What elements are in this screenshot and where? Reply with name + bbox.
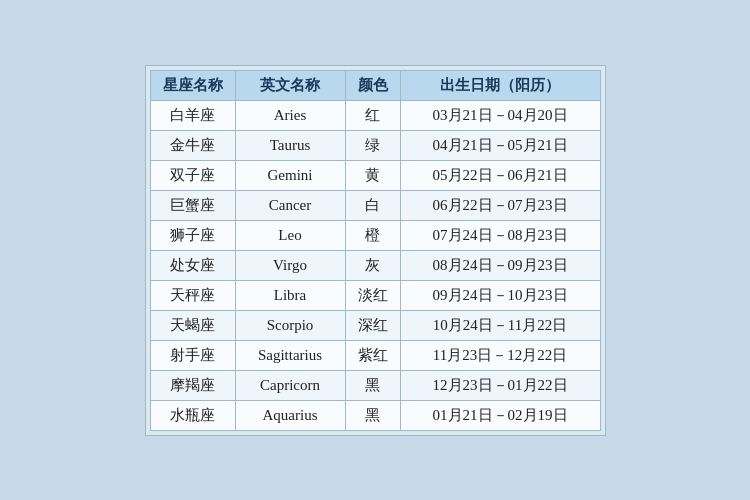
zodiac-table-container: 星座名称 英文名称 颜色 出生日期（阳历） 白羊座Aries红03月21日－04… <box>145 65 606 436</box>
cell-english: Capricorn <box>235 370 345 400</box>
cell-date: 12月23日－01月22日 <box>400 370 600 400</box>
cell-date: 03月21日－04月20日 <box>400 100 600 130</box>
cell-chinese: 巨蟹座 <box>150 190 235 220</box>
cell-english: Sagittarius <box>235 340 345 370</box>
table-header-row: 星座名称 英文名称 颜色 出生日期（阳历） <box>150 70 600 100</box>
table-row: 天秤座Libra淡红09月24日－10月23日 <box>150 280 600 310</box>
cell-color: 紫红 <box>345 340 400 370</box>
cell-chinese: 处女座 <box>150 250 235 280</box>
cell-date: 06月22日－07月23日 <box>400 190 600 220</box>
cell-color: 橙 <box>345 220 400 250</box>
header-chinese: 星座名称 <box>150 70 235 100</box>
cell-color: 黑 <box>345 400 400 430</box>
cell-english: Virgo <box>235 250 345 280</box>
header-color: 颜色 <box>345 70 400 100</box>
table-row: 狮子座Leo橙07月24日－08月23日 <box>150 220 600 250</box>
cell-chinese: 摩羯座 <box>150 370 235 400</box>
cell-english: Scorpio <box>235 310 345 340</box>
table-row: 水瓶座Aquarius黑01月21日－02月19日 <box>150 400 600 430</box>
cell-english: Aquarius <box>235 400 345 430</box>
cell-chinese: 水瓶座 <box>150 400 235 430</box>
table-row: 双子座Gemini黄05月22日－06月21日 <box>150 160 600 190</box>
cell-date: 10月24日－11月22日 <box>400 310 600 340</box>
cell-english: Aries <box>235 100 345 130</box>
table-row: 白羊座Aries红03月21日－04月20日 <box>150 100 600 130</box>
table-row: 摩羯座Capricorn黑12月23日－01月22日 <box>150 370 600 400</box>
cell-date: 04月21日－05月21日 <box>400 130 600 160</box>
header-english: 英文名称 <box>235 70 345 100</box>
cell-chinese: 射手座 <box>150 340 235 370</box>
cell-chinese: 天蝎座 <box>150 310 235 340</box>
cell-english: Gemini <box>235 160 345 190</box>
cell-color: 绿 <box>345 130 400 160</box>
cell-english: Cancer <box>235 190 345 220</box>
cell-color: 黄 <box>345 160 400 190</box>
header-date: 出生日期（阳历） <box>400 70 600 100</box>
cell-english: Taurus <box>235 130 345 160</box>
cell-color: 淡红 <box>345 280 400 310</box>
cell-chinese: 双子座 <box>150 160 235 190</box>
zodiac-table: 星座名称 英文名称 颜色 出生日期（阳历） 白羊座Aries红03月21日－04… <box>150 70 601 431</box>
cell-chinese: 天秤座 <box>150 280 235 310</box>
table-row: 处女座Virgo灰08月24日－09月23日 <box>150 250 600 280</box>
cell-date: 08月24日－09月23日 <box>400 250 600 280</box>
cell-date: 01月21日－02月19日 <box>400 400 600 430</box>
cell-english: Libra <box>235 280 345 310</box>
cell-color: 白 <box>345 190 400 220</box>
cell-color: 灰 <box>345 250 400 280</box>
table-body: 白羊座Aries红03月21日－04月20日金牛座Taurus绿04月21日－0… <box>150 100 600 430</box>
cell-chinese: 狮子座 <box>150 220 235 250</box>
table-row: 金牛座Taurus绿04月21日－05月21日 <box>150 130 600 160</box>
cell-date: 09月24日－10月23日 <box>400 280 600 310</box>
table-row: 巨蟹座Cancer白06月22日－07月23日 <box>150 190 600 220</box>
table-row: 射手座Sagittarius紫红11月23日－12月22日 <box>150 340 600 370</box>
cell-color: 黑 <box>345 370 400 400</box>
cell-date: 11月23日－12月22日 <box>400 340 600 370</box>
cell-date: 05月22日－06月21日 <box>400 160 600 190</box>
cell-chinese: 白羊座 <box>150 100 235 130</box>
cell-chinese: 金牛座 <box>150 130 235 160</box>
cell-date: 07月24日－08月23日 <box>400 220 600 250</box>
cell-english: Leo <box>235 220 345 250</box>
cell-color: 深红 <box>345 310 400 340</box>
cell-color: 红 <box>345 100 400 130</box>
table-row: 天蝎座Scorpio深红10月24日－11月22日 <box>150 310 600 340</box>
